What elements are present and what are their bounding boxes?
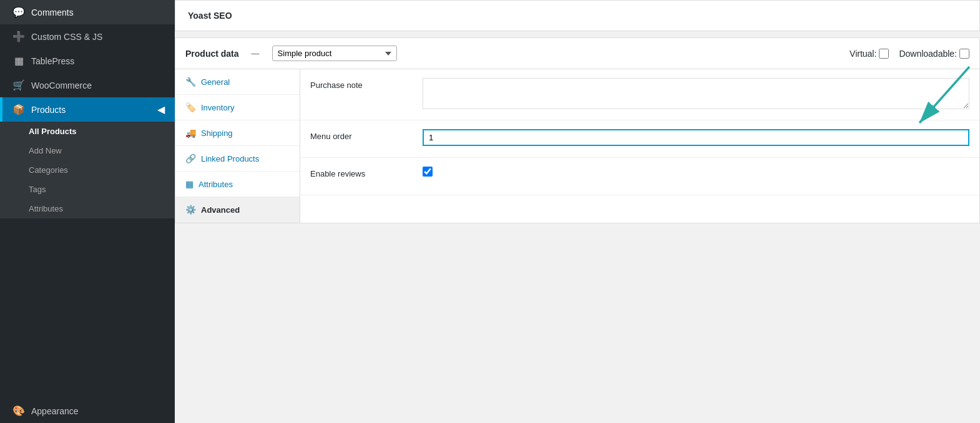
sidebar-item-woocommerce[interactable]: 🛒 WooCommerce (0, 73, 175, 97)
virtual-downloadable-group: Virtual: Downloadable: (850, 49, 969, 59)
linked-products-icon: 🔗 (185, 153, 196, 163)
purchase-note-control (423, 78, 969, 111)
yoast-seo-section: Yoast SEO (175, 0, 980, 31)
shipping-icon: 🚚 (185, 128, 196, 138)
sidebar-item-comments[interactable]: 💬 Comments (0, 0, 175, 24)
sidebar-item-appearance[interactable]: 🎨 Appearance (0, 399, 175, 423)
main-content: Yoast SEO Product data — Simple product … (175, 0, 980, 423)
tab-general[interactable]: 🔧 General (175, 69, 300, 95)
sidebar: 💬 Comments ➕ Custom CSS & JS ▦ TablePres… (0, 0, 175, 423)
product-data-body: 🔧 General 🏷️ Inventory 🚚 Shipping 🔗 Link… (175, 69, 979, 223)
custom-css-js-icon: ➕ (12, 31, 25, 42)
tab-inventory[interactable]: 🏷️ Inventory (175, 95, 300, 120)
sidebar-subitem-tags[interactable]: Tags (0, 180, 175, 199)
downloadable-label[interactable]: Downloadable: (899, 49, 969, 59)
product-data-header: Product data — Simple product Grouped pr… (175, 38, 979, 69)
purchase-note-label: Purchase note (310, 78, 423, 90)
sidebar-item-custom-css-js[interactable]: ➕ Custom CSS & JS (0, 24, 175, 49)
product-type-select[interactable]: Simple product Grouped product External/… (272, 46, 397, 61)
sidebar-subitem-all-products[interactable]: All Products (0, 122, 175, 141)
menu-order-row: Menu order (300, 120, 979, 158)
downloadable-checkbox[interactable] (959, 49, 969, 59)
sidebar-item-label: Appearance (31, 406, 79, 416)
inventory-icon: 🏷️ (185, 102, 196, 112)
sidebar-subitem-attributes[interactable]: Attributes (0, 199, 175, 218)
enable-reviews-checkbox[interactable] (423, 167, 433, 177)
product-panel: Purchase note Menu order (300, 69, 979, 223)
sidebar-item-label: Custom CSS & JS (31, 32, 102, 42)
menu-order-label: Menu order (310, 129, 423, 141)
tab-advanced-label: Advanced (201, 205, 240, 215)
purchase-note-row: Purchase note (300, 69, 979, 120)
sidebar-item-label: Comments (31, 7, 74, 17)
products-arrow-icon: ◀ (157, 104, 165, 115)
tab-attributes-label: Attributes (198, 180, 233, 189)
tab-inventory-label: Inventory (201, 103, 234, 112)
tab-linked-products-label: Linked Products (201, 154, 259, 163)
sidebar-item-label: TablePress (31, 56, 74, 66)
virtual-checkbox[interactable] (879, 49, 889, 59)
menu-order-input[interactable] (423, 129, 969, 146)
product-tabs: 🔧 General 🏷️ Inventory 🚚 Shipping 🔗 Link… (175, 69, 300, 223)
tablepress-icon: ▦ (12, 55, 25, 67)
attributes-icon: ▦ (185, 179, 194, 189)
sidebar-item-tablepress[interactable]: ▦ TablePress (0, 49, 175, 73)
enable-reviews-label: Enable reviews (310, 167, 423, 178)
sidebar-item-products[interactable]: 📦 Products ◀ (0, 97, 175, 122)
product-data-dash: — (252, 49, 260, 58)
tab-attributes[interactable]: ▦ Attributes (175, 172, 300, 197)
tab-shipping[interactable]: 🚚 Shipping (175, 120, 300, 146)
product-data-label: Product data (185, 49, 239, 59)
general-icon: 🔧 (185, 77, 196, 87)
sidebar-subitem-add-new[interactable]: Add New (0, 141, 175, 160)
virtual-label[interactable]: Virtual: (850, 49, 889, 59)
product-data-section: Product data — Simple product Grouped pr… (175, 37, 980, 223)
enable-reviews-row: Enable reviews (300, 158, 979, 195)
advanced-icon: ⚙️ (185, 205, 196, 215)
products-subitems: All Products Add New Categories Tags Att… (0, 122, 175, 218)
purchase-note-textarea[interactable] (423, 78, 969, 109)
appearance-icon: 🎨 (12, 405, 25, 417)
yoast-seo-title: Yoast SEO (188, 11, 232, 21)
comments-icon: 💬 (12, 6, 25, 18)
tab-general-label: General (201, 77, 230, 87)
sidebar-item-label: WooCommerce (31, 80, 92, 90)
sidebar-subitem-categories[interactable]: Categories (0, 160, 175, 180)
products-icon: 📦 (12, 104, 25, 115)
sidebar-item-label: Products (31, 105, 66, 115)
tab-linked-products[interactable]: 🔗 Linked Products (175, 146, 300, 172)
enable-reviews-control (423, 167, 969, 178)
tab-advanced[interactable]: ⚙️ Advanced (175, 197, 300, 223)
menu-order-control (423, 129, 969, 146)
woocommerce-icon: 🛒 (12, 79, 25, 91)
tab-shipping-label: Shipping (201, 129, 233, 138)
